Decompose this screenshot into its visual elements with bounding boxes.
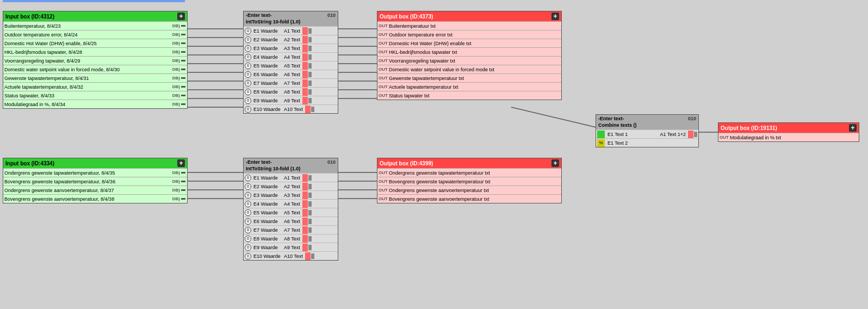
input-box-4312-add[interactable]: + xyxy=(177,13,185,20)
list-item: 0 E3 Waarde A3 Text xyxy=(244,44,338,52)
ct-green-port[interactable] xyxy=(597,131,605,138)
port-b-a8[interactable] xyxy=(302,235,308,243)
list-item: Actuele tapwatertemperatuur, 8/4/32 DB) xyxy=(3,82,187,91)
connector xyxy=(181,69,185,70)
connector xyxy=(181,86,185,88)
input-box-4334-header: Input box (ID:4334) + xyxy=(3,158,187,168)
port-b-a9-ext xyxy=(308,245,312,250)
list-item: 0 E5 Waarde A5 Text xyxy=(244,61,338,70)
port-a3[interactable] xyxy=(302,45,308,52)
input-box-4334-add[interactable]: + xyxy=(177,159,185,167)
port-a8[interactable] xyxy=(302,88,308,96)
port-b-e9[interactable]: 0 xyxy=(245,244,251,251)
port-e3[interactable]: 0 xyxy=(245,45,251,52)
output-box-19131-add[interactable]: + xyxy=(849,124,857,132)
port-e4[interactable]: 0 xyxy=(245,54,251,60)
list-item: OUT HKL-bedrijfsmodus tapwater txt xyxy=(377,47,561,56)
output-box-4373-title: Output box (ID:4373) xyxy=(380,14,433,20)
list-item: 0 E1 Waarde A1 Text xyxy=(244,173,338,182)
ct-port-a1[interactable] xyxy=(688,131,693,138)
port-a9[interactable] xyxy=(302,97,308,104)
port-b-e10[interactable]: 0 xyxy=(245,253,251,259)
port-b-a3-ext xyxy=(308,193,312,198)
list-item: Domestic Hot Water (DHW) enable, 8/4/25 … xyxy=(3,39,187,47)
output-box-19131-body: OUT Modulatiegraad in % txt xyxy=(718,133,859,141)
port-e7[interactable]: 0 xyxy=(245,80,251,86)
list-item: 0 E10 Waarde A10 Text xyxy=(244,104,338,113)
combine-texts-body: E1 Text 1 A1 Text 1+2 % E1 Text 2 xyxy=(596,129,698,147)
port-b-e5[interactable]: 0 xyxy=(245,209,251,216)
list-item: 0 E8 Waarde A8 Text xyxy=(244,234,338,243)
input-box-4312-header: Input box (ID:4312) + xyxy=(3,11,187,21)
list-item: E1 Text 1 A1 Text 1+2 xyxy=(596,129,698,138)
port-b-a2[interactable] xyxy=(302,183,308,190)
list-item: 0 E9 Waarde A9 Text xyxy=(244,96,338,104)
port-b-a1[interactable] xyxy=(302,174,308,182)
port-e5[interactable]: 0 xyxy=(245,63,251,69)
output-box-4399-title: Output box (ID:4399) xyxy=(380,160,433,166)
list-item: OUT Buitentemperatuur txt xyxy=(377,21,561,30)
port-a6[interactable] xyxy=(302,71,308,78)
port-b-e3[interactable]: 0 xyxy=(245,192,251,199)
port-b-a10-ext xyxy=(311,254,314,259)
port-b-a10[interactable] xyxy=(305,252,311,260)
port-b-e7[interactable]: 0 xyxy=(245,227,251,233)
combine-texts-header: -Enter text-Combine texts () 010 xyxy=(596,115,698,129)
connector xyxy=(181,51,185,53)
transform-box-2-body: 0 E1 Waarde A1 Text 0 E2 Waarde A2 Text … xyxy=(244,173,338,260)
list-item: 0 E5 Waarde A5 Text xyxy=(244,208,338,217)
list-item: OUT Domestic Hot Water (DHW) enable txt xyxy=(377,39,561,47)
port-b-a7[interactable] xyxy=(302,226,308,234)
port-e9[interactable]: 0 xyxy=(245,97,251,104)
port-a2[interactable] xyxy=(302,36,308,44)
port-b-a9[interactable] xyxy=(302,244,308,251)
port-a7[interactable] xyxy=(302,79,308,87)
port-a10-ext xyxy=(311,107,314,112)
port-e1[interactable]: 0 xyxy=(245,28,251,34)
list-item: OUT Ondergrens gewenste aanvoertemperatu… xyxy=(377,186,561,194)
output-box-4373-add[interactable]: + xyxy=(551,13,559,20)
port-e10[interactable]: 0 xyxy=(245,106,251,113)
port-b-a4[interactable] xyxy=(302,200,308,208)
port-b-a4-ext xyxy=(308,201,312,207)
ct-pct-port[interactable]: % xyxy=(597,139,605,147)
list-item: OUT Voorrangsregeling tapwater txt xyxy=(377,56,561,65)
connector xyxy=(181,172,185,174)
selection-highlight xyxy=(3,0,185,2)
connector xyxy=(181,77,185,79)
list-item: OUT Status tapwater txt xyxy=(377,91,561,100)
connector xyxy=(181,25,185,27)
port-b-a6[interactable] xyxy=(302,218,308,225)
port-e2[interactable]: 0 xyxy=(245,36,251,43)
output-box-4399-header: Output box (ID:4399) + xyxy=(377,158,561,168)
port-b-a7-ext xyxy=(308,227,312,233)
input-box-4334: Input box (ID:4334) + Ondergrens gewenst… xyxy=(3,158,188,203)
output-box-19131-title: Output box (ID:19131) xyxy=(721,125,777,131)
transform-box-2: -Enter text-IntToString 10-fold (1.0) 01… xyxy=(243,158,338,261)
output-box-4399-add[interactable]: + xyxy=(551,159,559,167)
output-box-4373-header: Output box (ID:4373) + xyxy=(377,11,561,21)
list-item: OUT Bovengrens gewenste tapwatertemperat… xyxy=(377,177,561,186)
list-item: 0 E4 Waarde A4 Text xyxy=(244,199,338,208)
connector xyxy=(181,198,185,200)
port-a10[interactable] xyxy=(305,106,311,113)
transform-box-2-badge: 010 xyxy=(327,159,336,165)
port-b-e2[interactable]: 0 xyxy=(245,183,251,190)
port-b-a3[interactable] xyxy=(302,191,308,199)
port-b-e8[interactable]: 0 xyxy=(245,236,251,242)
port-a8-ext xyxy=(308,89,312,95)
input-box-4334-title: Input box (ID:4334) xyxy=(5,160,54,166)
port-e8[interactable]: 0 xyxy=(245,89,251,95)
port-b-e1[interactable]: 0 xyxy=(245,175,251,181)
list-item: 0 E9 Waarde A9 Text xyxy=(244,243,338,251)
port-b-e6[interactable]: 0 xyxy=(245,218,251,225)
port-a1[interactable] xyxy=(302,27,308,35)
port-a5[interactable] xyxy=(302,62,308,70)
port-b-a2-ext xyxy=(308,184,312,189)
port-b-e4[interactable]: 0 xyxy=(245,201,251,207)
port-a4[interactable] xyxy=(302,53,308,61)
list-item: Voorrangsregeling tapwater, 8/4/29 DB) xyxy=(3,56,187,65)
port-e6[interactable]: 0 xyxy=(245,71,251,78)
port-a9-ext xyxy=(308,98,312,103)
port-b-a5[interactable] xyxy=(302,209,308,217)
